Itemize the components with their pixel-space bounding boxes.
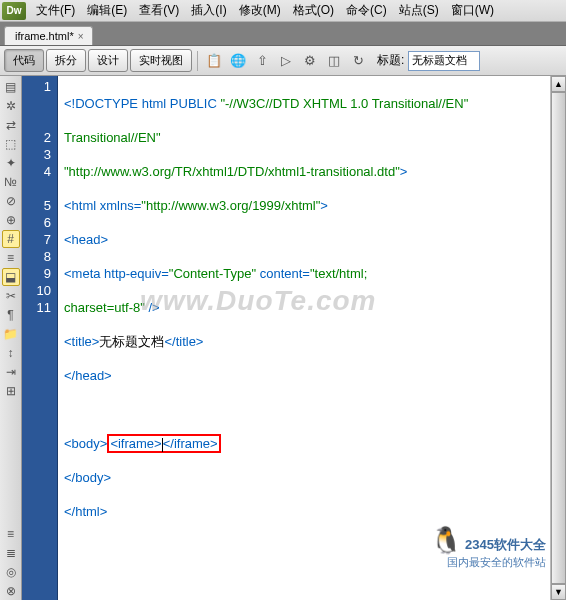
apply-comment-icon[interactable]: ◎	[2, 563, 20, 581]
code-view-button[interactable]: 代码	[4, 49, 44, 72]
line-number: 4	[22, 163, 51, 180]
syntax-error-icon[interactable]: ⊕	[2, 211, 20, 229]
close-icon[interactable]: ×	[78, 31, 84, 42]
word-wrap-icon[interactable]: #	[2, 230, 20, 248]
toolbar-separator	[197, 51, 198, 71]
line-number	[22, 112, 51, 129]
file-manage-icon[interactable]: 📋	[203, 50, 225, 72]
code-toolbar: ▤ ✲ ⇄ ⬚ ✦ № ⊘ ⊕ # ≡ ⬓ ✂ ¶ 📁 ↕ ⇥ ⊞ ≡ ≣ ◎ …	[0, 76, 22, 600]
split-view-button[interactable]: 拆分	[46, 49, 86, 72]
iframe-highlight: <iframe></iframe>	[107, 434, 220, 453]
line-number	[22, 180, 51, 197]
menu-format[interactable]: 格式(O)	[287, 0, 340, 21]
move-css-icon[interactable]: ↕	[2, 344, 20, 362]
tab-label: iframe.html*	[15, 30, 74, 42]
line-number: 3	[22, 146, 51, 163]
remove-comment-icon[interactable]: ⊗	[2, 582, 20, 600]
upload-icon[interactable]: ⇧	[251, 50, 273, 72]
document-title-input[interactable]	[408, 51, 480, 71]
design-view-button[interactable]: 设计	[88, 49, 128, 72]
visual-aids-icon[interactable]: ◫	[323, 50, 345, 72]
title-label: 标题:	[377, 52, 404, 69]
line-number: 7	[22, 231, 51, 248]
scroll-up-icon[interactable]: ▲	[551, 76, 566, 92]
indent-icon[interactable]: ⇥	[2, 363, 20, 381]
select-parent-icon[interactable]: ⬚	[2, 135, 20, 153]
comment-icon[interactable]: ¶	[2, 306, 20, 324]
collapse-icon[interactable]: ✲	[2, 97, 20, 115]
line-number: 10	[22, 282, 51, 299]
expand-icon[interactable]: ⇄	[2, 116, 20, 134]
snippets-icon[interactable]: ✂	[2, 287, 20, 305]
scroll-track[interactable]	[551, 92, 566, 584]
document-tab[interactable]: iframe.html* ×	[4, 26, 93, 45]
workspace: ▤ ✲ ⇄ ⬚ ✦ № ⊘ ⊕ # ≡ ⬓ ✂ ¶ 📁 ↕ ⇥ ⊞ ≡ ≣ ◎ …	[0, 76, 566, 600]
menu-bar: Dw 文件(F) 编辑(E) 查看(V) 插入(I) 修改(M) 格式(O) 命…	[0, 0, 566, 22]
menu-commands[interactable]: 命令(C)	[340, 0, 393, 21]
line-gutter: 1 2 3 4 5 6 7 8 9 10 11	[22, 76, 58, 600]
options-icon[interactable]: ⚙	[299, 50, 321, 72]
menu-view[interactable]: 查看(V)	[133, 0, 185, 21]
auto-indent-icon[interactable]: ⬓	[2, 268, 20, 286]
line-number: 9	[22, 265, 51, 282]
menu-modify[interactable]: 修改(M)	[233, 0, 287, 21]
check-icon[interactable]: ▷	[275, 50, 297, 72]
line-number: 1	[22, 78, 51, 95]
menu-edit[interactable]: 编辑(E)	[81, 0, 133, 21]
format-icon[interactable]: ⊞	[2, 382, 20, 400]
open-docs-icon[interactable]: ▤	[2, 78, 20, 96]
document-toolbar: 代码 拆分 设计 实时视图 📋 🌐 ⇧ ▷ ⚙ ◫ ↻ 标题:	[0, 46, 566, 76]
menu-insert[interactable]: 插入(I)	[185, 0, 232, 21]
line-number: 11	[22, 299, 51, 316]
live-view-button[interactable]: 实时视图	[130, 49, 192, 72]
balance-braces-icon[interactable]: ✦	[2, 154, 20, 172]
line-number: 2	[22, 129, 51, 146]
line-number: 5	[22, 197, 51, 214]
app-logo: Dw	[2, 2, 26, 20]
scroll-thumb[interactable]	[551, 92, 566, 584]
highlight-invalid-icon[interactable]: ⊘	[2, 192, 20, 210]
vertical-scrollbar[interactable]: ▲ ▼	[550, 76, 566, 600]
recent-snippets-icon[interactable]: 📁	[2, 325, 20, 343]
menu-file[interactable]: 文件(F)	[30, 0, 81, 21]
preview-icon[interactable]: 🌐	[227, 50, 249, 72]
code-editor[interactable]: 1 2 3 4 5 6 7 8 9 10 11 <!DOCTYPE html P…	[22, 76, 566, 600]
menu-window[interactable]: 窗口(W)	[445, 0, 500, 21]
line-number: 8	[22, 248, 51, 265]
line-number	[22, 95, 51, 112]
line-number: 6	[22, 214, 51, 231]
indent-code-icon[interactable]: ≣	[2, 544, 20, 562]
code-content[interactable]: <!DOCTYPE html PUBLIC "-//W3C//DTD XHTML…	[58, 76, 550, 600]
outdent-code-icon[interactable]: ≡	[2, 525, 20, 543]
document-tab-bar: iframe.html* ×	[0, 22, 566, 46]
line-numbers-icon[interactable]: №	[2, 173, 20, 191]
menu-site[interactable]: 站点(S)	[393, 0, 445, 21]
hidden-chars-icon[interactable]: ≡	[2, 249, 20, 267]
refresh-icon[interactable]: ↻	[347, 50, 369, 72]
scroll-down-icon[interactable]: ▼	[551, 584, 566, 600]
